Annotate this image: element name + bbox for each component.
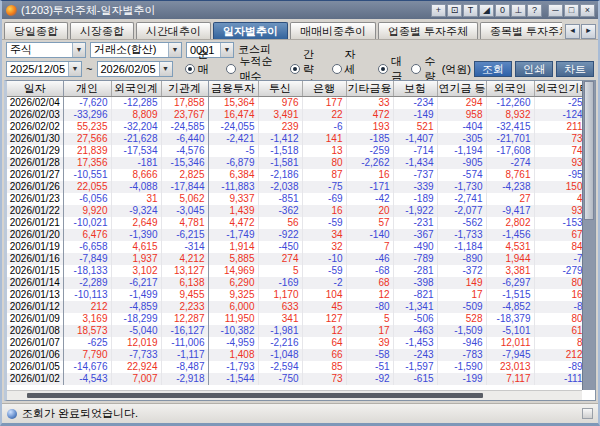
column-header[interactable]: 일자 (7, 81, 63, 97)
print-button[interactable]: 인쇄 (515, 61, 553, 77)
value-cell: -4,088 (111, 181, 161, 193)
value-cell: -111 (534, 373, 586, 385)
column-header[interactable]: 연기금 등 (437, 81, 486, 97)
table-row[interactable]: 2026/01/3027,566-21,628-6,440-2,421-1,41… (7, 133, 586, 145)
resize-arrow-button[interactable]: ◢ (479, 4, 494, 17)
table-row[interactable]: 2026/01/16-7,8491,9374,2125,885274-10-46… (7, 253, 586, 265)
table-row[interactable]: 2026/02/04-7,620-12,28517,85815,36497617… (7, 97, 586, 110)
value-cell: -169 (258, 277, 302, 289)
tab-3[interactable]: 시간대추이 (136, 22, 211, 39)
column-header[interactable]: 보험 (393, 81, 437, 97)
vertical-scrollbar-thumb[interactable] (584, 81, 594, 220)
market-select-value: 주식 (7, 42, 72, 57)
table-row[interactable]: 2026/01/2817,356-181-15,346-6,879-1,5818… (7, 157, 586, 169)
date-cell: 2026/02/02 (7, 121, 63, 133)
chevron-down-icon[interactable]: ▼ (168, 43, 181, 57)
horizontal-scrollbar[interactable] (7, 390, 582, 400)
table-row[interactable]: 2026/01/093,169-18,29912,28711,950341127… (7, 313, 586, 325)
table-row[interactable]: 2026/01/19-6,6584,615-3141,914-450327-49… (7, 241, 586, 253)
table-row[interactable]: 2026/01/067,790-7,733-1,1171,408-1,04866… (7, 349, 586, 361)
column-header[interactable]: 기타금융 (346, 81, 393, 97)
minimize-button[interactable]: ─ (548, 4, 563, 17)
t-tool-button[interactable]: T (463, 4, 478, 17)
help-button[interactable]: ? (527, 4, 542, 17)
tab-scroll-left-button[interactable]: ◂ (565, 24, 580, 39)
column-header[interactable]: 은행 (302, 81, 346, 97)
exchange-select-value: 거래소(합산) (91, 42, 168, 57)
vertical-scrollbar[interactable] (582, 81, 595, 390)
status-message: 조회가 완료되었습니다. (22, 406, 577, 421)
market-select[interactable]: 주식 ▼ (6, 42, 86, 58)
tab-5[interactable]: 매매비중추이 (290, 22, 376, 39)
chevron-down-icon[interactable]: ▼ (68, 62, 81, 76)
value-cell: -1,499 (111, 289, 161, 301)
table-row[interactable]: 2026/01/27-10,5518,6662,8256,384-2,18687… (7, 169, 586, 181)
table-row[interactable]: 2026/02/03-33,2968,80923,76716,4743,4912… (7, 109, 586, 121)
app-window: (1203)투자주체-일자별추이 +⊡T◢0⊥?─□× 당일종합시장종합시간대추… (0, 0, 600, 426)
table-row[interactable]: 2026/01/15-18,1333,10213,12714,9695-59-6… (7, 265, 586, 277)
tab-4[interactable]: 일자별추이 (213, 22, 288, 39)
value-cell: 141 (302, 133, 346, 145)
add-button[interactable]: + (431, 4, 446, 17)
zero-button[interactable]: 0 (495, 4, 510, 17)
column-header[interactable]: 투신 (258, 81, 302, 97)
table-row[interactable]: 2026/01/07-62512,019-11,006-4,959-2,2166… (7, 337, 586, 349)
tab-1[interactable]: 당일종합 (4, 22, 68, 39)
value-cell: -10,021 (63, 217, 111, 229)
value-cell: -18,133 (63, 265, 111, 277)
column-header[interactable]: 금융투자 (208, 81, 258, 97)
chevron-down-icon[interactable]: ▼ (159, 62, 172, 76)
table-row[interactable]: 2026/01/23-6,056315,0629,337-851-69-42-1… (7, 193, 586, 205)
screen-button[interactable]: ⊡ (447, 4, 462, 17)
value-cell: -4,576 (161, 145, 208, 157)
chevron-down-icon[interactable]: ▼ (72, 43, 85, 57)
value-cell: -32,415 (486, 121, 534, 133)
date-from-picker[interactable]: 2025/12/05 ▼ (6, 61, 82, 77)
table-row[interactable]: 2026/01/206,476-1,390-6,215-1,749-92234-… (7, 229, 586, 241)
maximize-button[interactable]: □ (564, 4, 579, 17)
value-cell: -42 (346, 193, 393, 205)
column-header[interactable]: 개인 (63, 81, 111, 97)
table-row[interactable]: 2026/01/0818,573-5,040-16,127-10,382-1,9… (7, 325, 586, 337)
table-row[interactable]: 2026/01/2622,055-4,088-17,844-11,883-2,0… (7, 181, 586, 193)
exchange-select[interactable]: 거래소(합산) ▼ (90, 42, 182, 58)
table-row[interactable]: 2026/01/229,920-9,324-3,0451,439-3621620… (7, 205, 586, 217)
column-header[interactable]: 외국인 (486, 81, 534, 97)
table-row[interactable]: 2026/02/0255,235-32,204-24,585-24,055239… (7, 121, 586, 133)
value-cell: 61 (534, 325, 586, 337)
value-cell: 212 (63, 301, 111, 313)
value-cell: -905 (437, 157, 486, 169)
radio-circle-icon (332, 64, 342, 74)
table-row[interactable]: 2026/01/2921,839-17,534-4,576-5-1,51813-… (7, 145, 586, 157)
tab-6[interactable]: 업종별 투자주체 (378, 22, 478, 39)
date-cell: 2026/01/16 (7, 253, 63, 265)
value-cell: 11,950 (208, 313, 258, 325)
resize-grip-icon[interactable] (582, 408, 593, 419)
column-header[interactable]: 기관계 (161, 81, 208, 97)
tab-scroll-right-button[interactable]: ▸ (581, 24, 596, 39)
value-cell: -714 (393, 145, 437, 157)
horizontal-scrollbar-thumb[interactable] (27, 393, 483, 398)
table-row[interactable]: 2026/01/13-10,113-1,4999,4559,3251,17010… (7, 289, 586, 301)
table-row[interactable]: 2026/01/12212-4,8592,2336,00063345-80-1,… (7, 301, 586, 313)
tab-7[interactable]: 종목별 투자주체 (480, 22, 562, 39)
value-cell: -1,453 (393, 337, 437, 349)
value-cell: -789 (393, 253, 437, 265)
query-button[interactable]: 조회 (474, 61, 512, 77)
pin-button[interactable]: ⊥ (511, 4, 526, 17)
grid-header-row: 일자개인외국인계기관계금융투자투신은행기타금융보험연기금 등외국인외국인기타 (7, 81, 586, 97)
table-row[interactable]: 2026/01/05-14,67622,924-8,487-1,793-2,59… (7, 361, 586, 373)
value-cell: -11,883 (208, 181, 258, 193)
column-header[interactable]: 외국인기타 (534, 81, 586, 97)
value-cell: 8 (534, 337, 586, 349)
table-row[interactable]: 2026/01/21-10,0212,6494,7814,47256-5957-… (7, 217, 586, 229)
value-cell: -6,879 (208, 157, 258, 169)
date-to-picker[interactable]: 2026/02/05 ▼ (97, 61, 173, 77)
column-header[interactable]: 외국인계 (111, 81, 161, 97)
chart-button[interactable]: 차트 (556, 61, 594, 77)
close-button[interactable]: × (580, 4, 595, 17)
table-row[interactable]: 2026/01/14-2,289-6,2176,1386,290-169-268… (7, 277, 586, 289)
value-cell: -18,379 (486, 313, 534, 325)
table-row[interactable]: 2026/01/02-4,5437,007-2,918-1,544-75073-… (7, 373, 586, 385)
tab-2[interactable]: 시장종합 (70, 22, 134, 39)
